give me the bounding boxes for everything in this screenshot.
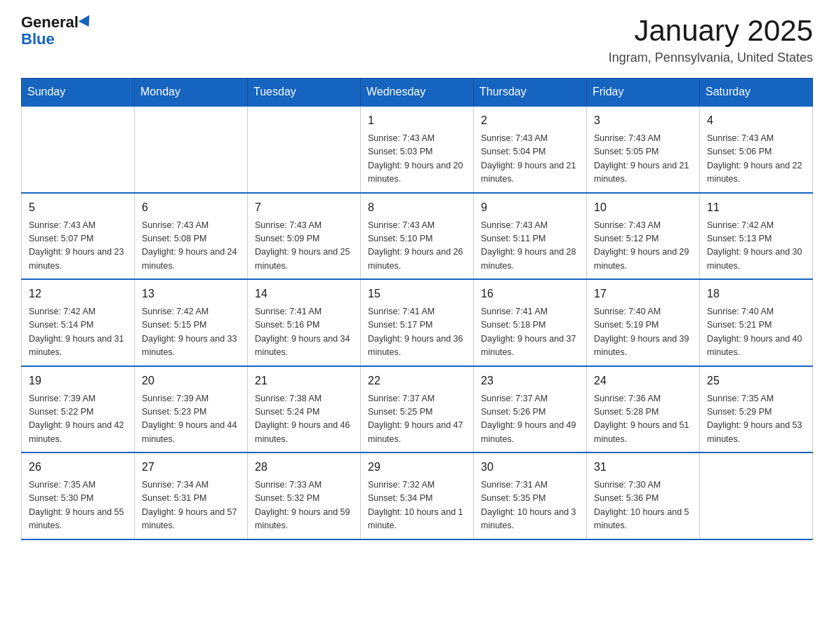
calendar-cell xyxy=(22,106,135,193)
calendar-cell: 28Sunrise: 7:33 AM Sunset: 5:32 PM Dayli… xyxy=(248,452,361,539)
cell-day-number: 11 xyxy=(707,199,805,216)
cell-info-text: Sunrise: 7:43 AM Sunset: 5:05 PM Dayligh… xyxy=(594,132,692,187)
calendar-week-row: 26Sunrise: 7:35 AM Sunset: 5:30 PM Dayli… xyxy=(22,452,813,539)
cell-day-number: 27 xyxy=(142,459,240,476)
cell-day-number: 14 xyxy=(255,286,353,302)
cell-day-number: 10 xyxy=(594,199,692,216)
calendar-header-wednesday: Wednesday xyxy=(361,79,474,107)
calendar-week-row: 19Sunrise: 7:39 AM Sunset: 5:22 PM Dayli… xyxy=(22,366,813,453)
calendar-cell: 13Sunrise: 7:42 AM Sunset: 5:15 PM Dayli… xyxy=(135,279,248,366)
calendar-cell: 18Sunrise: 7:40 AM Sunset: 5:21 PM Dayli… xyxy=(700,279,813,366)
cell-day-number: 16 xyxy=(481,286,579,302)
cell-info-text: Sunrise: 7:43 AM Sunset: 5:08 PM Dayligh… xyxy=(142,219,240,274)
cell-day-number: 6 xyxy=(142,199,240,216)
cell-info-text: Sunrise: 7:43 AM Sunset: 5:12 PM Dayligh… xyxy=(594,219,692,274)
calendar-cell: 7Sunrise: 7:43 AM Sunset: 5:09 PM Daylig… xyxy=(248,193,361,280)
calendar-header-monday: Monday xyxy=(135,79,248,107)
calendar-cell: 11Sunrise: 7:42 AM Sunset: 5:13 PM Dayli… xyxy=(700,193,813,280)
calendar-cell: 8Sunrise: 7:43 AM Sunset: 5:10 PM Daylig… xyxy=(361,193,474,280)
cell-day-number: 1 xyxy=(368,112,466,129)
cell-info-text: Sunrise: 7:37 AM Sunset: 5:26 PM Dayligh… xyxy=(481,392,579,447)
calendar-cell: 26Sunrise: 7:35 AM Sunset: 5:30 PM Dayli… xyxy=(22,452,135,539)
cell-day-number: 8 xyxy=(368,199,466,216)
cell-day-number: 21 xyxy=(255,373,353,389)
cell-day-number: 13 xyxy=(142,286,240,302)
cell-day-number: 30 xyxy=(481,459,579,476)
logo-triangle-icon xyxy=(79,15,95,30)
calendar-cell: 16Sunrise: 7:41 AM Sunset: 5:18 PM Dayli… xyxy=(474,279,587,366)
cell-info-text: Sunrise: 7:39 AM Sunset: 5:22 PM Dayligh… xyxy=(29,392,127,447)
calendar-cell: 20Sunrise: 7:39 AM Sunset: 5:23 PM Dayli… xyxy=(135,366,248,453)
calendar-cell: 4Sunrise: 7:43 AM Sunset: 5:06 PM Daylig… xyxy=(700,106,813,193)
logo-blue-text: Blue xyxy=(21,31,55,48)
cell-info-text: Sunrise: 7:43 AM Sunset: 5:07 PM Dayligh… xyxy=(29,219,127,274)
calendar-header-saturday: Saturday xyxy=(700,79,813,107)
calendar-cell: 1Sunrise: 7:43 AM Sunset: 5:03 PM Daylig… xyxy=(361,106,474,193)
cell-day-number: 7 xyxy=(255,199,353,216)
logo: General Blue xyxy=(21,14,93,48)
calendar-cell: 14Sunrise: 7:41 AM Sunset: 5:16 PM Dayli… xyxy=(248,279,361,366)
cell-info-text: Sunrise: 7:41 AM Sunset: 5:18 PM Dayligh… xyxy=(481,305,579,360)
calendar-title: January 2025 xyxy=(609,14,813,48)
cell-info-text: Sunrise: 7:37 AM Sunset: 5:25 PM Dayligh… xyxy=(368,392,466,447)
cell-info-text: Sunrise: 7:38 AM Sunset: 5:24 PM Dayligh… xyxy=(255,392,353,447)
cell-info-text: Sunrise: 7:41 AM Sunset: 5:17 PM Dayligh… xyxy=(368,305,466,360)
cell-info-text: Sunrise: 7:36 AM Sunset: 5:28 PM Dayligh… xyxy=(594,392,692,447)
logo-general-text: General xyxy=(21,14,79,31)
cell-day-number: 17 xyxy=(594,286,692,302)
calendar-cell: 12Sunrise: 7:42 AM Sunset: 5:14 PM Dayli… xyxy=(22,279,135,366)
cell-day-number: 12 xyxy=(29,286,127,302)
calendar-cell: 6Sunrise: 7:43 AM Sunset: 5:08 PM Daylig… xyxy=(135,193,248,280)
calendar-week-row: 12Sunrise: 7:42 AM Sunset: 5:14 PM Dayli… xyxy=(22,279,813,366)
cell-info-text: Sunrise: 7:42 AM Sunset: 5:15 PM Dayligh… xyxy=(142,305,240,360)
cell-day-number: 4 xyxy=(707,112,805,129)
page-header: General Blue January 2025 Ingram, Pennsy… xyxy=(21,14,813,65)
cell-day-number: 20 xyxy=(142,373,240,389)
cell-day-number: 15 xyxy=(368,286,466,302)
calendar-header-tuesday: Tuesday xyxy=(248,79,361,107)
calendar-cell: 5Sunrise: 7:43 AM Sunset: 5:07 PM Daylig… xyxy=(22,193,135,280)
cell-day-number: 22 xyxy=(368,373,466,389)
calendar-table: SundayMondayTuesdayWednesdayThursdayFrid… xyxy=(21,78,813,540)
calendar-cell: 27Sunrise: 7:34 AM Sunset: 5:31 PM Dayli… xyxy=(135,452,248,539)
cell-info-text: Sunrise: 7:41 AM Sunset: 5:16 PM Dayligh… xyxy=(255,305,353,360)
cell-info-text: Sunrise: 7:32 AM Sunset: 5:34 PM Dayligh… xyxy=(368,478,466,533)
cell-day-number: 5 xyxy=(29,199,127,216)
title-section: January 2025 Ingram, Pennsylvania, Unite… xyxy=(609,14,813,65)
calendar-cell: 30Sunrise: 7:31 AM Sunset: 5:35 PM Dayli… xyxy=(474,452,587,539)
cell-info-text: Sunrise: 7:31 AM Sunset: 5:35 PM Dayligh… xyxy=(481,478,579,533)
cell-day-number: 3 xyxy=(594,112,692,129)
cell-day-number: 23 xyxy=(481,373,579,389)
cell-info-text: Sunrise: 7:34 AM Sunset: 5:31 PM Dayligh… xyxy=(142,478,240,533)
cell-day-number: 24 xyxy=(594,373,692,389)
calendar-header-friday: Friday xyxy=(587,79,700,107)
cell-info-text: Sunrise: 7:42 AM Sunset: 5:14 PM Dayligh… xyxy=(29,305,127,360)
calendar-cell xyxy=(248,106,361,193)
calendar-cell: 3Sunrise: 7:43 AM Sunset: 5:05 PM Daylig… xyxy=(587,106,700,193)
calendar-cell: 22Sunrise: 7:37 AM Sunset: 5:25 PM Dayli… xyxy=(361,366,474,453)
cell-day-number: 26 xyxy=(29,459,127,476)
calendar-week-row: 1Sunrise: 7:43 AM Sunset: 5:03 PM Daylig… xyxy=(22,106,813,193)
calendar-cell: 15Sunrise: 7:41 AM Sunset: 5:17 PM Dayli… xyxy=(361,279,474,366)
cell-day-number: 9 xyxy=(481,199,579,216)
calendar-cell: 17Sunrise: 7:40 AM Sunset: 5:19 PM Dayli… xyxy=(587,279,700,366)
cell-info-text: Sunrise: 7:30 AM Sunset: 5:36 PM Dayligh… xyxy=(594,478,692,533)
calendar-header-thursday: Thursday xyxy=(474,79,587,107)
cell-day-number: 19 xyxy=(29,373,127,389)
cell-info-text: Sunrise: 7:43 AM Sunset: 5:04 PM Dayligh… xyxy=(481,132,579,187)
calendar-cell: 9Sunrise: 7:43 AM Sunset: 5:11 PM Daylig… xyxy=(474,193,587,280)
cell-info-text: Sunrise: 7:33 AM Sunset: 5:32 PM Dayligh… xyxy=(255,478,353,533)
calendar-cell: 19Sunrise: 7:39 AM Sunset: 5:22 PM Dayli… xyxy=(22,366,135,453)
calendar-cell: 10Sunrise: 7:43 AM Sunset: 5:12 PM Dayli… xyxy=(587,193,700,280)
cell-day-number: 31 xyxy=(594,459,692,476)
cell-info-text: Sunrise: 7:35 AM Sunset: 5:30 PM Dayligh… xyxy=(29,478,127,533)
cell-day-number: 25 xyxy=(707,373,805,389)
cell-day-number: 18 xyxy=(707,286,805,302)
calendar-cell: 21Sunrise: 7:38 AM Sunset: 5:24 PM Dayli… xyxy=(248,366,361,453)
calendar-cell: 24Sunrise: 7:36 AM Sunset: 5:28 PM Dayli… xyxy=(587,366,700,453)
calendar-cell: 29Sunrise: 7:32 AM Sunset: 5:34 PM Dayli… xyxy=(361,452,474,539)
cell-info-text: Sunrise: 7:43 AM Sunset: 5:09 PM Dayligh… xyxy=(255,219,353,274)
calendar-header-row: SundayMondayTuesdayWednesdayThursdayFrid… xyxy=(22,79,813,107)
calendar-header-sunday: Sunday xyxy=(22,79,135,107)
cell-info-text: Sunrise: 7:39 AM Sunset: 5:23 PM Dayligh… xyxy=(142,392,240,447)
